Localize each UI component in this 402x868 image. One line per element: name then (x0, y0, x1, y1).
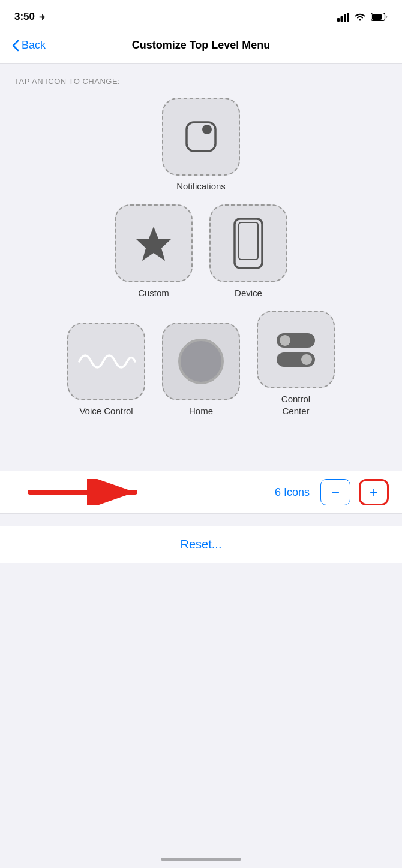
red-arrow-icon (24, 479, 144, 505)
icon-item-home[interactable]: Home (162, 323, 240, 417)
device-svg (231, 216, 266, 270)
svg-rect-1 (341, 16, 343, 22)
home-indicator (161, 858, 241, 861)
notifications-svg (179, 115, 223, 158)
status-time: 3:50 (14, 11, 46, 23)
decrease-icons-button[interactable]: − (320, 479, 350, 505)
bottom-spacer (0, 563, 402, 695)
svg-point-11 (179, 340, 223, 383)
location-icon (38, 13, 46, 21)
content-area: TAP AN ICON TO CHANGE: Notifications (0, 64, 402, 695)
wifi-icon (354, 13, 366, 22)
status-icons (337, 13, 388, 22)
minus-label: − (331, 484, 340, 501)
icons-count-label: 6 Icons (275, 486, 310, 499)
voice-control-svg (76, 346, 136, 376)
icons-grid: Notifications Custom (0, 92, 402, 435)
icon-item-notifications[interactable]: Notifications (162, 98, 240, 192)
time-label: 3:50 (14, 11, 35, 23)
icon-item-control-center[interactable]: Control Center (257, 311, 335, 417)
chevron-left-icon (12, 40, 19, 52)
icon-item-custom[interactable]: Custom (115, 204, 193, 299)
page-title: Customize Top Level Menu (60, 39, 342, 52)
instruction-label: TAP AN ICON TO CHANGE: (0, 64, 402, 92)
custom-icon-box[interactable] (115, 204, 193, 282)
spacer (0, 435, 402, 471)
back-button[interactable]: Back (12, 39, 60, 52)
svg-rect-6 (187, 122, 215, 151)
device-icon-box[interactable] (209, 204, 287, 282)
svg-rect-3 (347, 13, 350, 22)
battery-icon (371, 13, 388, 21)
status-bar: 3:50 (0, 0, 402, 30)
reset-button[interactable]: Reset... (181, 538, 222, 551)
custom-star-svg (131, 221, 176, 266)
svg-rect-2 (344, 14, 346, 22)
icon-item-device[interactable]: Device (209, 204, 287, 299)
notifications-label: Notifications (176, 180, 226, 192)
svg-point-7 (202, 125, 212, 134)
increase-icons-button[interactable]: + (359, 479, 389, 505)
device-label: Device (235, 287, 262, 299)
svg-point-13 (280, 335, 290, 346)
arrow-annotation (24, 479, 144, 505)
svg-point-15 (301, 354, 312, 365)
control-center-svg (272, 328, 320, 370)
svg-rect-5 (372, 14, 382, 20)
back-label: Back (22, 39, 46, 52)
control-center-label: Control Center (281, 393, 310, 417)
home-label: Home (189, 405, 213, 417)
grid-row-1: Notifications (162, 98, 240, 192)
reset-label: Reset... (181, 538, 222, 551)
bottom-bar: 6 Icons − + (0, 471, 402, 514)
control-center-icon-box[interactable] (257, 311, 335, 388)
grid-row-3: Voice Control Home (67, 311, 335, 417)
grid-row-2: Custom Device (115, 204, 287, 299)
icon-item-voice-control[interactable]: Voice Control (67, 323, 145, 417)
svg-marker-8 (136, 227, 172, 261)
reset-section: Reset... (0, 526, 402, 563)
nav-bar: Back Customize Top Level Menu (0, 30, 402, 64)
voice-control-label: Voice Control (79, 405, 133, 417)
notifications-icon-box[interactable] (162, 98, 240, 176)
plus-label: + (370, 484, 378, 501)
svg-rect-0 (337, 18, 340, 22)
signal-icon (337, 13, 349, 22)
home-svg (176, 336, 226, 387)
voice-control-icon-box[interactable] (67, 323, 145, 400)
custom-label: Custom (138, 287, 169, 299)
home-icon-box[interactable] (162, 323, 240, 400)
svg-rect-10 (239, 222, 258, 260)
